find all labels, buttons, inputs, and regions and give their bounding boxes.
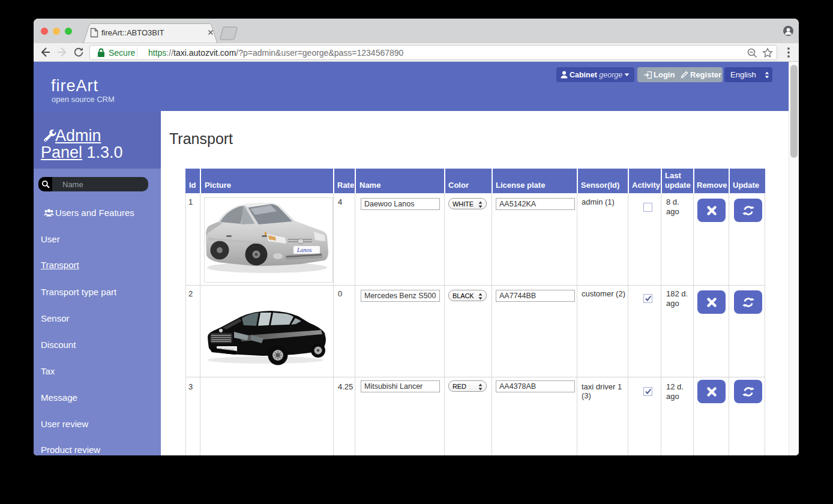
svg-text:Lanos: Lanos (296, 247, 312, 253)
